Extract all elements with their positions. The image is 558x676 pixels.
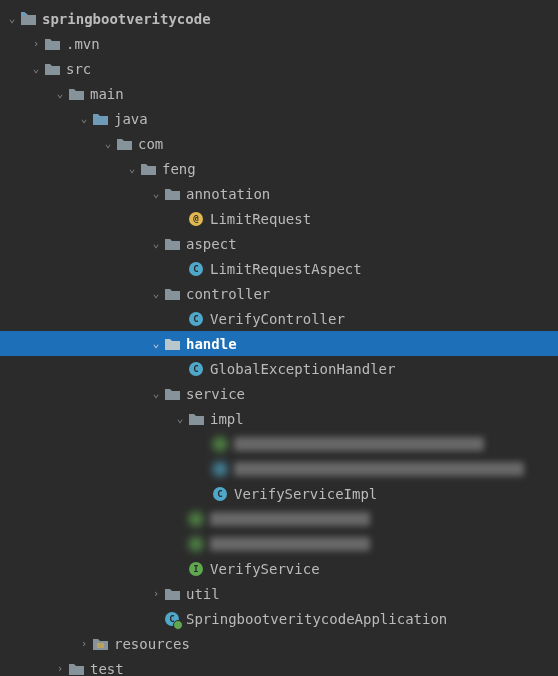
chevron-right-icon: ›: [76, 637, 92, 650]
package-icon: [164, 586, 180, 602]
tree-label: VerifyServiceImpl: [234, 486, 377, 502]
interface-icon: I: [188, 511, 204, 527]
tree-label: resources: [114, 636, 190, 652]
chevron-right-icon: ›: [52, 662, 68, 675]
project-tree: ⌄ springbootveritycode › .mvn ⌄ src ⌄ ma…: [0, 0, 558, 676]
tree-row-root[interactable]: ⌄ springbootveritycode: [0, 6, 558, 31]
tree-row[interactable]: ⌄ aspect: [0, 231, 558, 256]
tree-row[interactable]: C SpringbootveritycodeApplication: [0, 606, 558, 631]
tree-row-obscured[interactable]: I: [0, 531, 558, 556]
chevron-down-icon: ⌄: [28, 62, 44, 75]
tree-row-obscured[interactable]: C: [0, 456, 558, 481]
obscured-label: [234, 437, 484, 451]
tree-label: service: [186, 386, 245, 402]
class-icon: C: [212, 486, 228, 502]
tree-label: handle: [186, 336, 237, 352]
tree-row[interactable]: I VerifyService: [0, 556, 558, 581]
tree-row[interactable]: ⌄ controller: [0, 281, 558, 306]
resources-folder-icon: [92, 636, 108, 652]
package-icon: [116, 136, 132, 152]
folder-icon: [68, 661, 84, 677]
tree-row[interactable]: › test: [0, 656, 558, 676]
package-icon: [164, 336, 180, 352]
tree-row-obscured[interactable]: I: [0, 506, 558, 531]
tree-label: src: [66, 61, 91, 77]
tree-row[interactable]: › util: [0, 581, 558, 606]
spring-boot-app-icon: C: [164, 611, 180, 627]
tree-label: main: [90, 86, 124, 102]
package-icon: [164, 186, 180, 202]
tree-label: test: [90, 661, 124, 677]
svg-rect-1: [97, 643, 104, 648]
interface-icon: I: [188, 561, 204, 577]
tree-row[interactable]: ⌄ annotation: [0, 181, 558, 206]
chevron-down-icon: ⌄: [76, 112, 92, 125]
tree-label: springbootveritycode: [42, 11, 211, 27]
project-folder-icon: [20, 11, 36, 27]
tree-row[interactable]: ⌄ impl: [0, 406, 558, 431]
class-icon: C: [188, 361, 204, 377]
chevron-down-icon: ⌄: [148, 287, 164, 300]
tree-row[interactable]: ⌄ com: [0, 131, 558, 156]
obscured-label: [234, 462, 524, 476]
package-icon: [164, 286, 180, 302]
package-icon: [140, 161, 156, 177]
chevron-down-icon: ⌄: [4, 12, 20, 25]
tree-row[interactable]: @ LimitRequest: [0, 206, 558, 231]
package-icon: [164, 236, 180, 252]
tree-label: VerifyController: [210, 311, 345, 327]
folder-icon: [44, 61, 60, 77]
tree-label: com: [138, 136, 163, 152]
tree-row[interactable]: ⌄ java: [0, 106, 558, 131]
class-icon: C: [212, 461, 228, 477]
chevron-down-icon: ⌄: [124, 162, 140, 175]
svg-rect-0: [21, 12, 25, 16]
tree-row-obscured[interactable]: I: [0, 431, 558, 456]
chevron-down-icon: ⌄: [172, 412, 188, 425]
tree-label: controller: [186, 286, 270, 302]
annotation-class-icon: @: [188, 211, 204, 227]
tree-label: GlobalExceptionHandler: [210, 361, 395, 377]
source-folder-icon: [92, 111, 108, 127]
tree-label: java: [114, 111, 148, 127]
tree-label: LimitRequestAspect: [210, 261, 362, 277]
chevron-right-icon: ›: [148, 587, 164, 600]
tree-label: feng: [162, 161, 196, 177]
package-icon: [164, 386, 180, 402]
interface-icon: I: [188, 536, 204, 552]
tree-row[interactable]: ⌄ src: [0, 56, 558, 81]
tree-row[interactable]: C GlobalExceptionHandler: [0, 356, 558, 381]
tree-label: annotation: [186, 186, 270, 202]
package-icon: [188, 411, 204, 427]
tree-row-selected[interactable]: ⌄ handle: [0, 331, 558, 356]
tree-label: SpringbootveritycodeApplication: [186, 611, 447, 627]
tree-row[interactable]: ⌄ feng: [0, 156, 558, 181]
tree-label: util: [186, 586, 220, 602]
folder-icon: [44, 36, 60, 52]
obscured-label: [210, 512, 370, 526]
tree-row[interactable]: ⌄ service: [0, 381, 558, 406]
chevron-right-icon: ›: [28, 37, 44, 50]
tree-row[interactable]: › .mvn: [0, 31, 558, 56]
obscured-label: [210, 537, 370, 551]
chevron-down-icon: ⌄: [148, 237, 164, 250]
folder-icon: [68, 86, 84, 102]
chevron-down-icon: ⌄: [148, 337, 164, 350]
tree-row[interactable]: C VerifyServiceImpl: [0, 481, 558, 506]
tree-label: LimitRequest: [210, 211, 311, 227]
chevron-down-icon: ⌄: [52, 87, 68, 100]
tree-label: .mvn: [66, 36, 100, 52]
tree-label: aspect: [186, 236, 237, 252]
tree-row[interactable]: › resources: [0, 631, 558, 656]
class-icon: C: [188, 311, 204, 327]
tree-row[interactable]: ⌄ main: [0, 81, 558, 106]
chevron-down-icon: ⌄: [148, 187, 164, 200]
tree-row[interactable]: C VerifyController: [0, 306, 558, 331]
tree-row[interactable]: C LimitRequestAspect: [0, 256, 558, 281]
chevron-down-icon: ⌄: [148, 387, 164, 400]
class-icon: I: [212, 436, 228, 452]
chevron-down-icon: ⌄: [100, 137, 116, 150]
tree-label: VerifyService: [210, 561, 320, 577]
class-icon: C: [188, 261, 204, 277]
tree-label: impl: [210, 411, 244, 427]
